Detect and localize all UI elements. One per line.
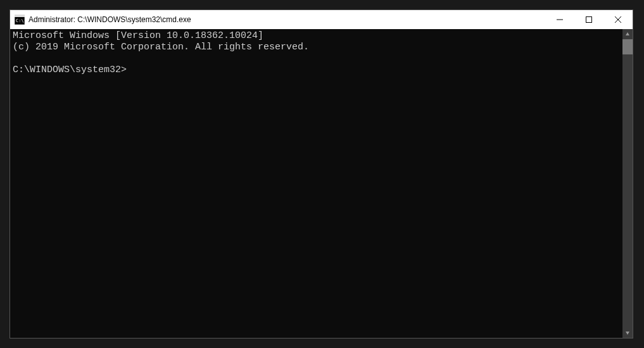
console-area: Microsoft Windows [Version 10.0.18362.10… bbox=[10, 29, 633, 338]
window-controls bbox=[545, 10, 633, 29]
scroll-down-arrow[interactable] bbox=[622, 328, 633, 338]
prompt: C:\WINDOWS\system32> bbox=[13, 65, 127, 75]
svg-marker-8 bbox=[626, 332, 629, 335]
close-button[interactable] bbox=[603, 10, 633, 29]
scroll-thumb[interactable] bbox=[622, 39, 633, 54]
svg-rect-1 bbox=[15, 15, 25, 17]
svg-text:C:\: C:\ bbox=[16, 18, 24, 23]
vertical-scrollbar[interactable] bbox=[622, 29, 633, 338]
copyright-line: (c) 2019 Microsoft Corporation. All righ… bbox=[13, 42, 309, 53]
maximize-button[interactable] bbox=[574, 10, 603, 29]
minimize-button[interactable] bbox=[545, 10, 574, 29]
cmd-window: C:\ Administrator: C:\WINDOWS\system32\c… bbox=[9, 9, 633, 339]
cmd-icon: C:\ bbox=[15, 15, 25, 25]
window-title: Administrator: C:\WINDOWS\system32\cmd.e… bbox=[28, 15, 545, 24]
console-output[interactable]: Microsoft Windows [Version 10.0.18362.10… bbox=[10, 29, 622, 338]
svg-marker-7 bbox=[626, 32, 629, 35]
svg-rect-4 bbox=[586, 17, 592, 23]
titlebar[interactable]: C:\ Administrator: C:\WINDOWS\system32\c… bbox=[10, 10, 633, 29]
scroll-up-arrow[interactable] bbox=[622, 29, 633, 39]
version-line: Microsoft Windows [Version 10.0.18362.10… bbox=[13, 30, 263, 41]
